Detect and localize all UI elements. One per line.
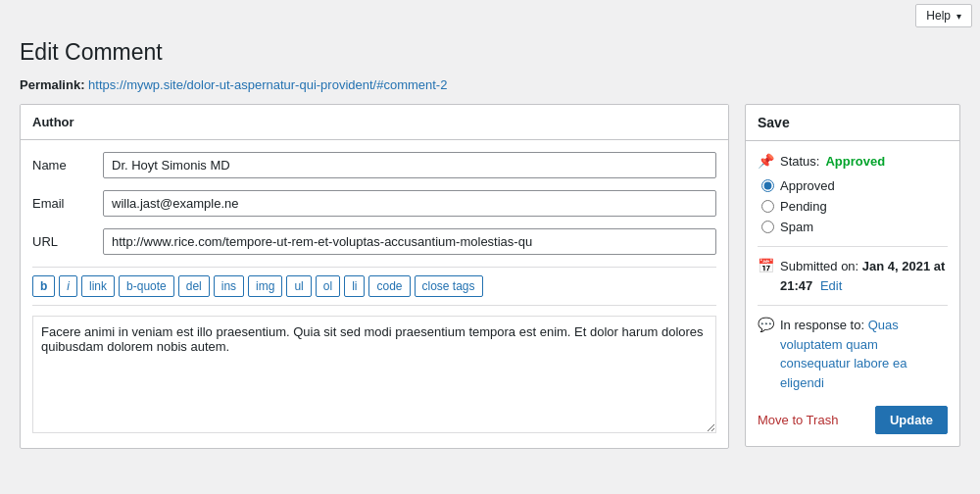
submitted-row: 📅 Submitted on: Jan 4, 2021 at 21:47 Edi… xyxy=(758,257,948,295)
comment-toolbar: bilinkb-quotedelinsimgulollicodeclose ta… xyxy=(32,267,716,306)
status-value: Approved xyxy=(825,154,885,169)
comment-icon: 💬 xyxy=(758,317,774,332)
help-label: Help xyxy=(926,9,951,23)
top-bar: Help xyxy=(0,0,980,31)
toolbar-btn-del[interactable]: del xyxy=(178,275,210,297)
toolbar-btn-li[interactable]: li xyxy=(344,275,365,297)
toolbar-btn-ol[interactable]: ol xyxy=(316,275,340,297)
email-label: Email xyxy=(32,196,91,211)
main-layout: Author Name Email URL bilinkb-quotedelin… xyxy=(0,104,980,469)
toolbar-btn-b-quote[interactable]: b-quote xyxy=(119,275,174,297)
url-input[interactable] xyxy=(103,228,716,255)
toolbar-btn-i[interactable]: i xyxy=(59,275,77,297)
save-box-title: Save xyxy=(746,105,959,141)
toolbar-btn-b[interactable]: b xyxy=(32,275,55,297)
divider-2 xyxy=(758,305,948,306)
url-row: URL xyxy=(32,228,716,255)
left-panel: Author Name Email URL bilinkb-quotedelin… xyxy=(20,104,729,449)
name-label: Name xyxy=(32,158,91,173)
radio-item-approved[interactable]: Approved xyxy=(761,178,948,193)
status-row: 📌 Status: Approved xyxy=(758,153,948,169)
radio-group: ApprovedPendingSpam xyxy=(758,178,948,234)
page-title: Edit Comment xyxy=(0,31,980,77)
name-input[interactable] xyxy=(103,152,716,178)
url-label: URL xyxy=(32,234,91,249)
toolbar-btn-close-tags[interactable]: close tags xyxy=(415,275,483,297)
pin-icon: 📌 xyxy=(758,153,774,169)
radio-item-spam[interactable]: Spam xyxy=(761,220,948,234)
toolbar-btn-ul[interactable]: ul xyxy=(286,275,311,297)
right-panel: Save 📌 Status: Approved ApprovedPendingS… xyxy=(745,104,960,449)
save-box-body: 📌 Status: Approved ApprovedPendingSpam 📅… xyxy=(746,141,959,446)
toolbar-btn-link[interactable]: link xyxy=(81,275,115,297)
author-section-title: Author xyxy=(21,105,728,140)
form-body: Name Email URL bilinkb-quotedelinsimgulo… xyxy=(21,140,728,448)
submitted-text: Submitted on: Jan 4, 2021 at 21:47 Edit xyxy=(780,257,948,295)
toolbar-btn-img[interactable]: img xyxy=(248,275,282,297)
permalink-label: Permalink: xyxy=(20,77,84,92)
toolbar-btn-ins[interactable]: ins xyxy=(214,275,244,297)
submitted-label: Submitted on: xyxy=(780,259,858,273)
status-label: Status: xyxy=(780,154,819,169)
radio-item-pending[interactable]: Pending xyxy=(761,199,948,214)
chevron-down-icon xyxy=(955,9,961,23)
calendar-icon: 📅 xyxy=(758,258,774,273)
trash-link[interactable]: Move to Trash xyxy=(758,413,838,427)
email-input[interactable] xyxy=(103,190,716,217)
name-row: Name xyxy=(32,152,716,178)
update-button[interactable]: Update xyxy=(875,406,948,434)
divider-1 xyxy=(758,246,948,247)
save-box: Save 📌 Status: Approved ApprovedPendingS… xyxy=(745,104,960,447)
toolbar-btn-code[interactable]: code xyxy=(368,275,410,297)
help-button[interactable]: Help xyxy=(915,4,972,27)
response-label: In response to: xyxy=(780,318,864,332)
permalink-link[interactable]: https://mywp.site/dolor-ut-aspernatur-qu… xyxy=(88,77,447,92)
response-row: 💬 In response to: Quas voluptatem quam c… xyxy=(758,316,948,392)
edit-link[interactable]: Edit xyxy=(820,278,842,293)
save-actions: Move to Trash Update xyxy=(758,406,948,434)
response-text: In response to: Quas voluptatem quam con… xyxy=(780,316,948,392)
permalink-row: Permalink: https://mywp.site/dolor-ut-as… xyxy=(0,77,980,104)
comment-textarea[interactable] xyxy=(32,316,716,433)
email-row: Email xyxy=(32,190,716,217)
